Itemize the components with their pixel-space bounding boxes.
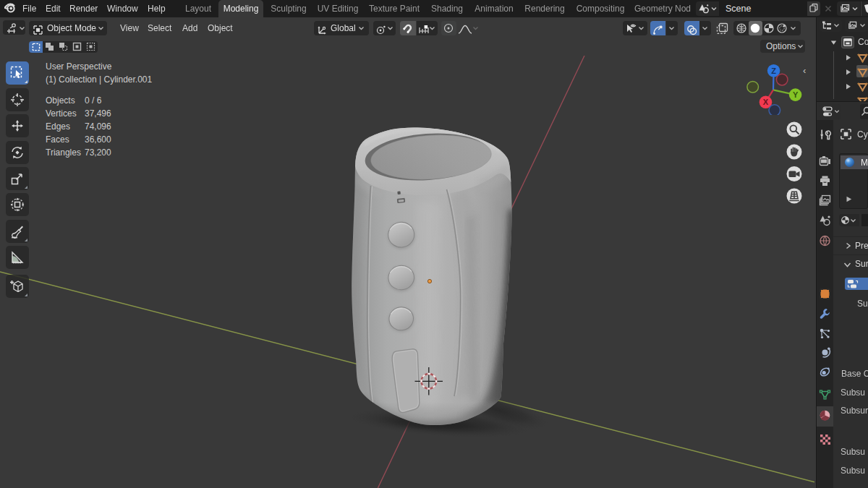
svg-text:X: X — [763, 98, 769, 106]
svg-text:Z: Z — [771, 67, 776, 75]
svg-text:Y: Y — [793, 90, 799, 99]
